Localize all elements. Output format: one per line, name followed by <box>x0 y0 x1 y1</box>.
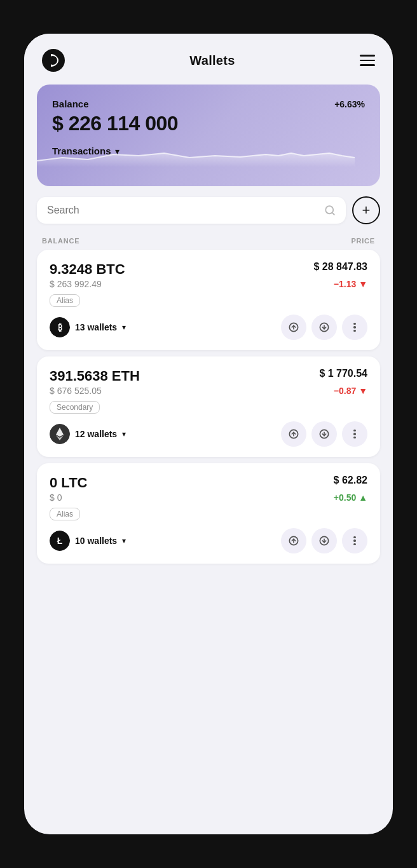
balance-label: Balance <box>52 98 89 109</box>
dot-icon <box>353 323 356 325</box>
search-input[interactable] <box>47 205 318 216</box>
asset-card-ltc: 0 LTC $ 62.82 $ 0 +0.50 ▲ Alias Ł 10 wal… <box>37 463 380 564</box>
eth-price: $ 1 770.54 <box>319 368 367 379</box>
add-wallet-button[interactable]: + <box>352 196 380 224</box>
ltc-wallets-button[interactable]: Ł 10 wallets ▾ <box>50 531 126 551</box>
eth-tag: Secondary <box>50 401 100 414</box>
svg-text:₿: ₿ <box>58 322 62 332</box>
transactions-chevron-icon: ▾ <box>115 146 120 156</box>
dot-icon <box>353 433 356 435</box>
btc-more-button[interactable] <box>342 315 367 340</box>
eth-more-button[interactable] <box>342 421 367 447</box>
dot-icon <box>353 430 356 432</box>
balance-chart <box>37 123 355 167</box>
app-logo-icon <box>42 49 65 72</box>
btc-wallets-button[interactable]: ₿ 13 wallets ▾ <box>50 317 126 337</box>
ltc-wallets-chevron-icon: ▾ <box>122 536 126 545</box>
search-box <box>37 197 346 224</box>
svg-line-4 <box>332 212 334 214</box>
assets-list: 9.3248 BTC $ 28 847.83 $ 263 992.49 −1.1… <box>24 250 393 579</box>
search-icon <box>324 205 336 216</box>
eth-wallets-chevron-icon: ▾ <box>122 430 126 438</box>
btc-price: $ 28 847.83 <box>313 261 367 273</box>
send-icon <box>289 429 299 439</box>
eth-receive-button[interactable] <box>311 421 337 447</box>
ltc-usd-value: $ 0 <box>50 492 62 503</box>
eth-coin-icon <box>50 424 70 444</box>
transactions-button[interactable]: Transactions ▾ <box>52 146 365 156</box>
balance-col-header: BALANCE <box>42 237 79 245</box>
eth-wallets-button[interactable]: 12 wallets ▾ <box>50 424 126 444</box>
price-col-header: PRICE <box>351 237 375 245</box>
asset-card-eth: 391.5638 ETH $ 1 770.54 $ 676 525.05 −0.… <box>37 356 380 457</box>
search-section: + <box>37 196 380 224</box>
btc-amount: 9.3248 BTC <box>50 261 125 278</box>
dot-icon <box>353 437 356 439</box>
asset-card-btc: 9.3248 BTC $ 28 847.83 $ 263 992.49 −1.1… <box>37 250 380 350</box>
btc-send-button[interactable] <box>281 315 306 340</box>
btc-wallets-count: 13 wallets <box>75 322 117 332</box>
transactions-label: Transactions <box>52 146 111 156</box>
eth-amount: 391.5638 ETH <box>50 368 140 384</box>
dot-icon <box>353 326 356 329</box>
receive-icon <box>319 429 329 439</box>
dot-icon <box>353 330 356 332</box>
btc-change: −1.13 ▼ <box>334 279 367 289</box>
app-header: Wallets <box>24 34 393 79</box>
btc-receive-button[interactable] <box>311 315 337 340</box>
eth-actions <box>281 421 367 447</box>
btc-wallets-chevron-icon: ▾ <box>122 323 126 332</box>
btc-actions <box>281 315 367 340</box>
receive-icon <box>319 536 329 546</box>
eth-change: −0.87 ▼ <box>334 386 367 396</box>
svg-point-1 <box>48 56 57 65</box>
btc-coin-icon: ₿ <box>50 317 70 337</box>
ltc-change: +0.50 ▲ <box>334 492 367 503</box>
receive-icon <box>319 322 329 332</box>
ltc-tag: Alias <box>50 508 80 520</box>
dot-icon <box>353 539 356 542</box>
ltc-more-button[interactable] <box>342 528 367 553</box>
btc-usd-value: $ 263 992.49 <box>50 279 102 289</box>
eth-send-button[interactable] <box>281 421 306 447</box>
eth-usd-value: $ 676 525.05 <box>50 386 102 396</box>
ltc-wallets-count: 10 wallets <box>75 536 117 546</box>
ltc-amount: 0 LTC <box>50 475 87 491</box>
send-icon <box>289 322 299 332</box>
dot-icon <box>353 543 356 546</box>
svg-text:Ł: Ł <box>57 536 63 546</box>
ltc-actions <box>281 528 367 553</box>
eth-wallets-count: 12 wallets <box>75 429 117 439</box>
dot-icon <box>353 536 356 539</box>
column-headers: BALANCE PRICE <box>24 229 393 250</box>
ltc-receive-button[interactable] <box>311 528 337 553</box>
header-title: Wallets <box>189 53 235 68</box>
btc-tag: Alias <box>50 294 80 307</box>
ltc-send-button[interactable] <box>281 528 306 553</box>
ltc-price: $ 62.82 <box>334 475 367 486</box>
ltc-coin-icon: Ł <box>50 531 70 551</box>
balance-percent: +6.63% <box>334 99 365 109</box>
balance-card: Balance +6.63% $ 226 114 000 Transaction… <box>37 85 380 186</box>
send-icon <box>289 536 299 546</box>
menu-button[interactable] <box>360 55 375 66</box>
